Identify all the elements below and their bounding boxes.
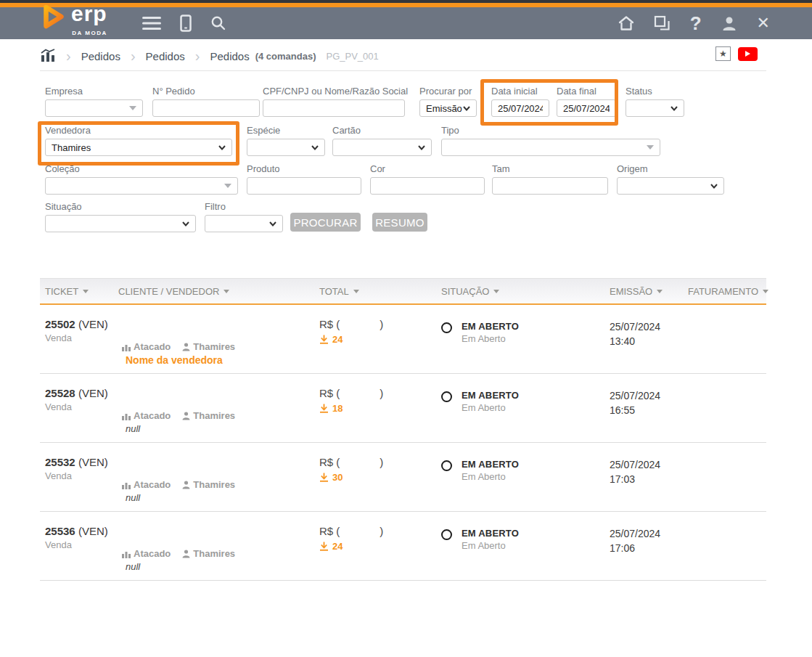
column-header-ticket[interactable]: TICKET (40, 286, 118, 297)
item-quantity: 24 (332, 334, 343, 345)
tam-field: Tam (492, 163, 608, 195)
especie-select[interactable] (247, 139, 325, 156)
empresa-select[interactable] (45, 99, 143, 117)
erp-logo[interactable]: erp DA MODA (42, 4, 107, 43)
erp-pedidos-page: erp DA MODA ? ✕ (0, 0, 812, 657)
tipo-select[interactable] (441, 139, 660, 156)
ticket-number[interactable]: 25532 (45, 456, 75, 468)
tipo-field: Tipo (441, 125, 660, 156)
favorite-star-button[interactable]: ★ (715, 46, 731, 61)
table-row[interactable]: 25532 (VEN) Venda Atacado Thamires null (40, 443, 766, 512)
company-name: Atacado (134, 410, 171, 421)
table-row[interactable]: 25528 (VEN) Venda Atacado Thamires null (40, 374, 766, 443)
item-quantity: 18 (332, 403, 343, 414)
help-icon[interactable]: ? (690, 14, 702, 33)
column-header-cliente-vendedor[interactable]: CLIENTE / VENDEDOR (118, 286, 319, 297)
cartao-label: Cartão (332, 125, 432, 136)
emission-time: 16:55 (610, 404, 688, 418)
total-suffix: ) (380, 456, 383, 468)
cartao-select[interactable] (332, 139, 432, 156)
breadcrumb-item-pedidos-1[interactable]: Pedidos (81, 50, 120, 62)
emission-date: 25/07/2024 (610, 527, 688, 542)
colecao-select[interactable] (45, 177, 238, 195)
numero-pedido-input[interactable] (152, 99, 260, 117)
filtro-field: Filtro (205, 201, 283, 232)
client-vendor-cell: Atacado Thamires Nome da vendedora (118, 318, 319, 373)
data-final-input[interactable] (557, 99, 616, 117)
tam-input[interactable] (492, 177, 608, 195)
vendor-name: Thamires (193, 341, 235, 352)
origem-field: Origem (617, 163, 724, 195)
vendor-person-icon (182, 481, 190, 489)
total-suffix: ) (380, 318, 383, 330)
empresa-field: Empresa (45, 86, 143, 117)
company-name: Atacado (134, 548, 171, 559)
ticket-number[interactable]: 25502 (45, 318, 75, 330)
vendedora-select[interactable]: Thamires (45, 139, 232, 156)
total-cell: R$ ( ) 24 (319, 525, 441, 580)
company-item: Atacado (122, 548, 171, 559)
dashboard-chart-icon[interactable] (40, 49, 56, 63)
company-item: Atacado (122, 479, 171, 490)
cor-input[interactable] (370, 177, 485, 195)
vendor-item: Thamires (182, 341, 235, 352)
mobile-icon[interactable] (180, 15, 192, 32)
ticket-number[interactable]: 25536 (45, 525, 75, 537)
breadcrumb-actions: ★ (715, 46, 758, 61)
status-select[interactable] (626, 99, 684, 117)
status-radio-circle[interactable] (441, 322, 452, 333)
cpf-cnpj-input[interactable] (263, 99, 405, 117)
ticket-number[interactable]: 25528 (45, 387, 75, 399)
chevron-down-icon (269, 221, 276, 227)
sort-icon (493, 290, 499, 293)
situacao-select[interactable] (45, 215, 196, 232)
status-radio-circle[interactable] (441, 529, 452, 540)
windows-icon[interactable] (654, 15, 671, 31)
topbar-right-icons: ? ✕ (618, 14, 770, 33)
home-icon[interactable] (618, 15, 635, 31)
procurar-button[interactable]: PROCURAR (290, 213, 361, 232)
company-name: Atacado (134, 341, 171, 352)
ticket-subtitle: Venda (45, 470, 118, 481)
emission-time: 13:40 (610, 335, 688, 349)
procurar-por-select[interactable]: Emissão (419, 99, 477, 117)
chevron-down-icon (670, 106, 678, 111)
column-header-total[interactable]: TOTAL (319, 286, 441, 297)
cor-label: Cor (370, 163, 485, 175)
data-inicial-input[interactable] (491, 99, 549, 117)
column-header-situacao[interactable]: SITUAÇÃO (441, 286, 610, 297)
column-header-emissao[interactable]: EMISSÃO (610, 286, 688, 297)
situacao-label: Situação (45, 201, 196, 213)
download-arrow-icon (319, 473, 329, 482)
table-row[interactable]: 25502 (VEN) Venda Atacado Thamires Nome … (40, 305, 766, 374)
produto-input[interactable] (247, 177, 361, 195)
youtube-button[interactable] (738, 47, 758, 61)
colecao-field: Coleção (45, 163, 238, 195)
situacao-cell: EM ABERTO Em Aberto (441, 387, 610, 442)
status-radio-circle[interactable] (441, 391, 452, 402)
column-header-faturamento[interactable]: FATURAMENTO (688, 286, 766, 297)
total-cell: R$ ( ) 24 (319, 318, 441, 373)
menu-icon[interactable] (142, 16, 161, 30)
origem-select[interactable] (617, 177, 724, 195)
breadcrumb-item-pedidos-2[interactable]: Pedidos (146, 50, 185, 62)
item-quantity: 24 (332, 541, 343, 552)
client-vendor-cell: Atacado Thamires null (118, 387, 319, 442)
chevron-down-icon (311, 145, 319, 150)
table-row[interactable]: 25536 (VEN) Venda Atacado Thamires null (40, 512, 766, 581)
total-suffix: ) (380, 525, 383, 537)
procurar-por-label: Procurar por (419, 86, 477, 97)
produto-field: Produto (247, 163, 361, 195)
search-icon[interactable] (210, 15, 226, 31)
total-cell: R$ ( ) 30 (319, 456, 441, 511)
status-main: EM ABERTO (462, 390, 519, 401)
close-icon[interactable]: ✕ (757, 15, 770, 31)
breadcrumb-item-pedidos-3[interactable]: Pedidos (210, 50, 249, 62)
status-radio-circle[interactable] (441, 460, 452, 471)
data-inicial-field: Data inicial (491, 86, 549, 117)
resumo-button[interactable]: RESUMO (372, 213, 427, 232)
filtro-select[interactable] (205, 215, 283, 232)
user-icon[interactable] (721, 15, 738, 31)
situacao-cell: EM ABERTO Em Aberto (441, 525, 610, 580)
produto-label: Produto (247, 163, 361, 175)
